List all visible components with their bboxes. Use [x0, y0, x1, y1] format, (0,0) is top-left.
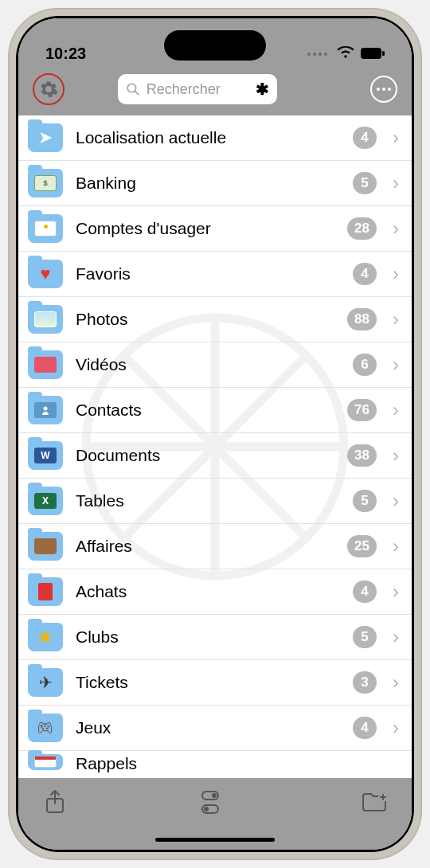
folder-label: Tickets — [76, 673, 340, 692]
folder-row-favorites[interactable]: ♥ Favoris 4 › — [18, 252, 412, 297]
chevron-right-icon: › — [393, 401, 399, 420]
folder-row-tickets[interactable]: ✈ Tickets 3 › — [18, 660, 412, 706]
share-button[interactable] — [41, 788, 69, 816]
svg-rect-0 — [361, 48, 381, 59]
screen: 10:23 Rechercher — [18, 18, 412, 850]
top-toolbar: Rechercher ✱ — [18, 68, 412, 115]
chevron-right-icon: › — [393, 628, 399, 647]
photo-icon — [34, 311, 57, 327]
count-badge: 5 — [353, 172, 377, 194]
folder-row-videos[interactable]: Vidéos 6 › — [18, 342, 412, 388]
folder-row-contacts[interactable]: Contacts 76 › — [18, 388, 412, 433]
chevron-right-icon: › — [393, 310, 399, 329]
count-badge: 4 — [353, 263, 377, 285]
chevron-right-icon: › — [393, 219, 399, 238]
count-badge: 38 — [347, 444, 377, 467]
word-doc-icon: W — [34, 448, 57, 463]
folder-label: Vidéos — [76, 355, 340, 374]
folder-icon — [28, 305, 63, 334]
folder-row-achats[interactable]: Achats 4 › — [18, 569, 412, 615]
dynamic-island — [164, 30, 266, 61]
svg-line-3 — [135, 91, 139, 95]
chevron-right-icon: › — [393, 446, 399, 465]
svg-rect-1 — [382, 51, 385, 56]
folder-label: Contacts — [76, 401, 334, 420]
ellipsis-icon — [377, 88, 391, 91]
phone-frame: 10:23 Rechercher — [8, 8, 422, 860]
count-badge: 88 — [347, 308, 377, 330]
folder-label: Banking — [76, 174, 340, 193]
count-badge: 5 — [353, 626, 377, 648]
folder-row-banking[interactable]: $ Banking 5 › — [18, 161, 412, 206]
shopping-bag-icon — [38, 583, 53, 600]
folder-list[interactable]: ➤ Localisation actuelle 4 › $ Banking 5 … — [18, 115, 412, 778]
search-input[interactable]: Rechercher ✱ — [118, 74, 277, 104]
new-folder-button[interactable] — [361, 788, 389, 816]
chevron-right-icon: › — [393, 174, 399, 193]
count-badge: 4 — [353, 581, 377, 603]
folder-row-jeux[interactable]: 🎮︎ Jeux 4 › — [18, 706, 412, 751]
folder-row-user-accounts[interactable]: Comptes d'usager 28 › — [18, 206, 412, 252]
chevron-right-icon: › — [393, 128, 399, 147]
folder-row-location[interactable]: ➤ Localisation actuelle 4 › — [18, 115, 412, 161]
chevron-right-icon: › — [393, 718, 399, 737]
folder-row-rappels[interactable]: Rappels — [18, 751, 412, 775]
folder-row-affaires[interactable]: Affaires 25 › — [18, 524, 412, 569]
star-icon: ★ — [37, 626, 54, 648]
folder-icon: $ — [28, 169, 63, 197]
folder-label: Localisation actuelle — [76, 128, 340, 147]
gamepad-icon: 🎮︎ — [37, 719, 53, 737]
chevron-right-icon: › — [393, 537, 399, 556]
folder-icon: 🎮︎ — [28, 714, 63, 742]
folder-label: Achats — [76, 582, 340, 601]
calendar-icon — [34, 757, 57, 768]
folder-row-clubs[interactable]: ★ Clubs 5 › — [18, 615, 412, 660]
gear-icon — [39, 80, 58, 99]
folder-row-photos[interactable]: Photos 88 › — [18, 297, 412, 342]
folder-label: Comptes d'usager — [76, 219, 334, 238]
briefcase-icon — [34, 538, 57, 554]
folder-icon — [28, 396, 63, 424]
folder-label: Favoris — [76, 264, 340, 283]
banknote-icon: $ — [34, 175, 57, 191]
folder-icon: ♥ — [28, 260, 63, 288]
folder-icon: ★ — [28, 623, 63, 651]
chevron-right-icon: › — [393, 491, 399, 510]
count-badge: 25 — [347, 535, 377, 557]
folder-label: Tables — [76, 491, 340, 510]
folder-icon — [28, 214, 63, 243]
more-button[interactable] — [370, 76, 397, 103]
location-arrow-icon: ➤ — [38, 127, 53, 148]
folder-icon: X — [28, 487, 63, 515]
status-time: 10:23 — [45, 45, 86, 63]
airplane-icon: ✈ — [39, 673, 53, 692]
excel-doc-icon: X — [34, 493, 57, 509]
status-right — [307, 45, 385, 63]
chevron-right-icon: › — [393, 582, 399, 601]
folder-label: Jeux — [76, 718, 340, 737]
folder-row-tables[interactable]: X Tables 5 › — [18, 479, 412, 524]
chevron-right-icon: › — [393, 264, 399, 283]
count-badge: 4 — [353, 717, 377, 739]
toggles-icon — [201, 791, 229, 814]
folder-plus-icon — [362, 792, 389, 812]
search-icon — [126, 82, 140, 96]
folder-label: Photos — [76, 310, 334, 329]
count-badge: 28 — [347, 217, 377, 240]
settings-button[interactable] — [33, 73, 64, 105]
phone-bezel: 10:23 Rechercher — [16, 16, 414, 852]
view-toggle-button[interactable] — [201, 788, 229, 816]
wifi-icon — [337, 45, 354, 63]
count-badge: 5 — [353, 490, 377, 512]
chevron-right-icon: › — [393, 673, 399, 692]
home-indicator[interactable] — [155, 838, 275, 842]
folder-row-documents[interactable]: W Documents 38 › — [18, 433, 412, 479]
sparkle-icon[interactable]: ✱ — [256, 80, 269, 99]
folder-icon: ➤ — [28, 123, 63, 152]
video-thumb-icon — [34, 357, 57, 373]
svg-point-5 — [44, 407, 48, 411]
battery-icon — [361, 45, 385, 63]
folder-label: Clubs — [76, 628, 340, 647]
count-badge: 76 — [347, 399, 377, 421]
folder-label: Rappels — [76, 754, 399, 773]
